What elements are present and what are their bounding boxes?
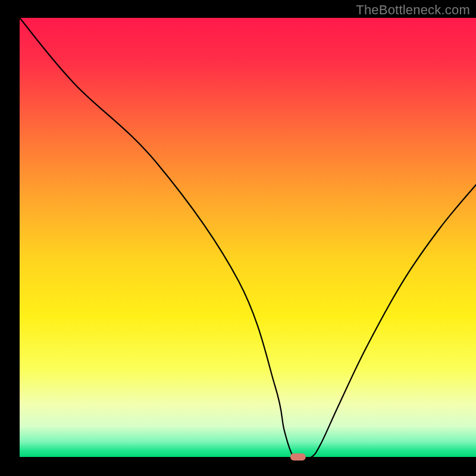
bottleneck-chart [0, 0, 476, 476]
chart-frame: TheBottleneck.com [0, 0, 476, 476]
plot-background [20, 18, 476, 457]
optimal-marker [290, 453, 306, 461]
watermark-text: TheBottleneck.com [356, 2, 470, 18]
